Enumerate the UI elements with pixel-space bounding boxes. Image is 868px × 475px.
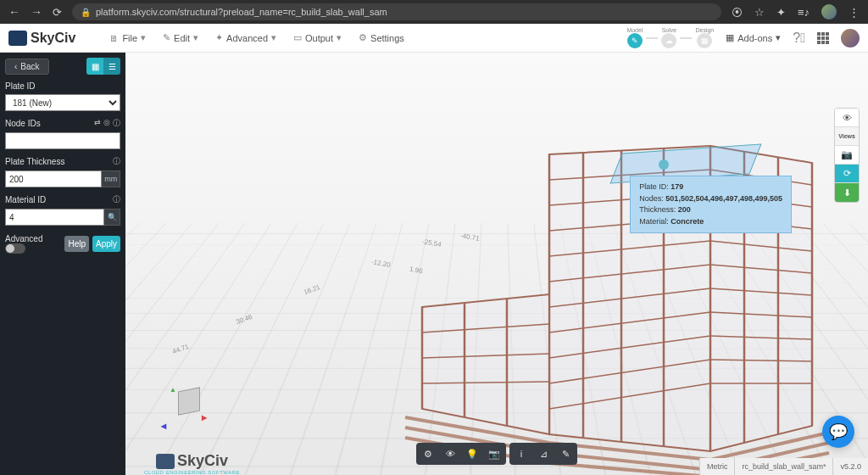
menu-file[interactable]: 🗎File▾ xyxy=(109,32,146,43)
units-status[interactable]: Metric xyxy=(699,458,735,475)
info-tool[interactable]: i xyxy=(511,444,531,463)
info-icon[interactable]: ⓘ xyxy=(113,156,120,167)
info-icon[interactable]: ⓘ xyxy=(113,118,120,129)
grid-icon: ▦ xyxy=(726,32,734,43)
measure-tool[interactable]: ⊿ xyxy=(533,444,554,463)
chat-button[interactable]: 💬 xyxy=(822,416,854,448)
screen-icon: ▭ xyxy=(293,32,302,43)
visibility-tool[interactable]: 👁 xyxy=(835,109,859,127)
help-icon[interactable]: ?⃝ xyxy=(793,31,805,46)
bottom-toolbar: ⚙ 👁 💡 📷 i ⊿ ✎ xyxy=(416,443,577,465)
thickness-unit: mm xyxy=(102,170,120,187)
gear-icon: ⚙ xyxy=(359,32,367,43)
node-ids-input[interactable] xyxy=(5,132,120,149)
app-logo[interactable]: SkyCiv xyxy=(8,31,75,46)
swap-icon[interactable]: ⇄ xyxy=(94,118,101,129)
step-design[interactable]: ▦ xyxy=(697,33,712,48)
step-solve[interactable]: ☁ xyxy=(661,33,676,48)
workflow-stepper: Model✎ Solve☁ Design▦ xyxy=(626,27,714,48)
display-tool[interactable]: ⚙ xyxy=(418,444,438,463)
viewport-3d[interactable]: 16.21 30.46 44.71 -12.20 1.96 -25.54 -40… xyxy=(125,53,868,475)
node-ids-label: Node IDs xyxy=(5,119,41,128)
floor-grid xyxy=(125,223,868,475)
playlist-icon[interactable]: ≡♪ xyxy=(798,6,810,19)
logo-icon xyxy=(8,31,27,46)
selection-node-dot xyxy=(659,159,669,170)
lock-icon: 🔒 xyxy=(81,8,91,17)
material-input[interactable] xyxy=(5,209,104,226)
view-list-button[interactable]: ☰ xyxy=(103,58,120,75)
info-icon[interactable]: ⓘ xyxy=(113,194,120,205)
plate-id-label: Plate ID xyxy=(5,81,36,91)
view-card-button[interactable]: ▦ xyxy=(86,58,103,75)
wand-icon: ✦ xyxy=(215,32,223,43)
views-tool[interactable]: Views xyxy=(835,127,859,146)
right-toolbar: 👁 Views 📷 ⟳ ⬇ xyxy=(834,108,860,203)
step-model[interactable]: ✎ xyxy=(627,33,643,48)
star-icon[interactable]: ☆ xyxy=(754,6,765,19)
chevron-left-icon: ‹ xyxy=(14,62,17,71)
version-status: v5.2.0 xyxy=(832,458,868,475)
browser-forward[interactable]: → xyxy=(31,5,42,19)
browser-menu-icon[interactable]: ⋮ xyxy=(849,6,860,19)
apply-button[interactable]: Apply xyxy=(92,236,120,252)
back-button[interactable]: ‹Back xyxy=(5,59,49,75)
search-icon[interactable]: ⦿ xyxy=(732,6,743,19)
browser-avatar[interactable] xyxy=(821,4,837,20)
apps-icon[interactable] xyxy=(817,32,829,44)
camera-tool[interactable]: 📷 xyxy=(835,146,859,165)
extensions-icon[interactable]: ✦ xyxy=(776,6,786,19)
confirm-tool[interactable]: ⬇ xyxy=(835,183,859,202)
target-icon[interactable]: ◎ xyxy=(103,118,110,129)
plate-tooltip: Plate ID: 179 Nodes: 501,502,504,496,497… xyxy=(630,176,792,233)
material-label: Material ID xyxy=(5,195,46,204)
watermark: SkyCiv CLOUD ENGINEERING SOFTWARE xyxy=(144,452,240,475)
bulb-tool[interactable]: 💡 xyxy=(462,444,482,463)
browser-reload[interactable]: ⟳ xyxy=(53,6,62,19)
menu-edit[interactable]: ✎Edit▾ xyxy=(163,32,198,43)
advanced-label: Advanced xyxy=(5,234,42,243)
eye-tool[interactable]: 👁 xyxy=(440,444,460,463)
status-bar: Metric rc_build_slab_wall_sam* v5.2.0 xyxy=(699,458,868,475)
file-status: rc_build_slab_wall_sam* xyxy=(734,458,832,475)
edit-tool[interactable]: ✎ xyxy=(555,444,576,463)
menu-settings[interactable]: ⚙Settings xyxy=(359,32,404,43)
snapshot-tool[interactable]: 📷 xyxy=(484,444,504,463)
axis-gizmo[interactable]: ▶ ▲ ◀ xyxy=(159,382,219,441)
properties-panel: ‹Back ▦ ☰ Plate ID 181 (New) Node IDs⇄◎ⓘ… xyxy=(0,53,125,475)
help-button[interactable]: Help xyxy=(64,236,89,252)
menu-output[interactable]: ▭Output▾ xyxy=(293,32,342,43)
file-icon: 🗎 xyxy=(109,33,119,43)
material-search-icon[interactable]: 🔍 xyxy=(104,209,120,226)
browser-back[interactable]: ← xyxy=(8,5,20,19)
pencil-icon: ✎ xyxy=(163,32,170,43)
user-avatar[interactable] xyxy=(841,29,860,48)
thickness-label: Plate Thickness xyxy=(5,157,64,166)
plate-id-select[interactable]: 181 (New) xyxy=(5,94,120,111)
url-bar[interactable]: 🔒 platform.skyciv.com/structural?preload… xyxy=(72,3,721,20)
thickness-input[interactable] xyxy=(5,170,102,187)
refresh-tool[interactable]: ⟳ xyxy=(835,165,859,183)
advanced-toggle[interactable] xyxy=(5,243,25,254)
url-text: platform.skyciv.com/structural?preload_n… xyxy=(96,7,387,17)
addons-menu[interactable]: ▦Add-ons▾ xyxy=(726,32,781,43)
menu-advanced[interactable]: ✦Advanced▾ xyxy=(215,32,276,43)
